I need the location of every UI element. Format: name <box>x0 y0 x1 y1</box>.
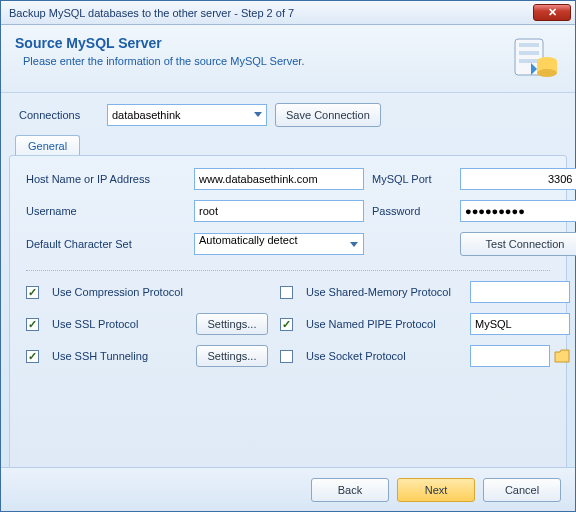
window-title: Backup MySQL databases to the other serv… <box>9 7 533 19</box>
separator <box>26 270 550 271</box>
test-connection-button[interactable]: Test Connection <box>460 232 576 256</box>
svg-rect-2 <box>519 51 539 55</box>
close-icon: ✕ <box>548 6 557 19</box>
general-panel: Host Name or IP Address MySQL Port ▲▼ Us… <box>9 155 567 473</box>
shared-memory-input[interactable] <box>470 281 570 303</box>
titlebar: Backup MySQL databases to the other serv… <box>1 1 575 25</box>
charset-value: Automatically detect <box>199 234 297 246</box>
page-subtitle: Please enter the information of the sour… <box>23 55 304 67</box>
back-button[interactable]: Back <box>311 478 389 502</box>
cancel-button[interactable]: Cancel <box>483 478 561 502</box>
connections-row: Connections databasethink Save Connectio… <box>1 93 575 135</box>
wizard-footer: Back Next Cancel <box>1 467 575 511</box>
ssh-settings-button[interactable]: Settings... <box>196 345 268 367</box>
tab-strip: General <box>1 135 575 156</box>
password-label: Password <box>372 205 452 217</box>
host-input[interactable] <box>194 168 364 190</box>
ssh-label: Use SSH Tunneling <box>52 350 192 362</box>
ssl-checkbox[interactable] <box>26 318 39 331</box>
named-pipe-input[interactable] <box>470 313 570 335</box>
ssh-checkbox[interactable] <box>26 350 39 363</box>
close-button[interactable]: ✕ <box>533 4 571 21</box>
username-input[interactable] <box>194 200 364 222</box>
compression-label: Use Compression Protocol <box>52 286 192 298</box>
password-input[interactable] <box>460 200 576 222</box>
charset-label: Default Character Set <box>26 238 186 250</box>
folder-icon[interactable] <box>554 349 570 363</box>
wizard-window: Backup MySQL databases to the other serv… <box>0 0 576 512</box>
save-connection-button[interactable]: Save Connection <box>275 103 381 127</box>
header: Source MySQL Server Please enter the inf… <box>1 25 575 93</box>
connections-dropdown[interactable]: databasethink <box>107 104 267 126</box>
connections-selected: databasethink <box>112 109 181 121</box>
next-button[interactable]: Next <box>397 478 475 502</box>
charset-dropdown[interactable]: Automatically detect <box>194 233 364 255</box>
username-label: Username <box>26 205 186 217</box>
ssl-label: Use SSL Protocol <box>52 318 192 330</box>
port-label: MySQL Port <box>372 173 452 185</box>
named-pipe-checkbox[interactable] <box>280 318 293 331</box>
shared-memory-label: Use Shared-Memory Protocol <box>306 286 466 298</box>
socket-checkbox[interactable] <box>280 350 293 363</box>
svg-rect-1 <box>519 43 539 47</box>
page-title: Source MySQL Server <box>15 35 304 51</box>
database-server-icon <box>511 33 559 81</box>
socket-input[interactable] <box>470 345 550 367</box>
port-input[interactable] <box>460 168 576 190</box>
shared-memory-checkbox[interactable] <box>280 286 293 299</box>
named-pipe-label: Use Named PIPE Protocol <box>306 318 466 330</box>
tab-general[interactable]: General <box>15 135 80 156</box>
svg-point-6 <box>537 69 557 77</box>
socket-label: Use Socket Protocol <box>306 350 466 362</box>
compression-checkbox[interactable] <box>26 286 39 299</box>
svg-rect-3 <box>519 59 539 63</box>
ssl-settings-button[interactable]: Settings... <box>196 313 268 335</box>
host-label: Host Name or IP Address <box>26 173 186 185</box>
connections-label: Connections <box>19 109 99 121</box>
